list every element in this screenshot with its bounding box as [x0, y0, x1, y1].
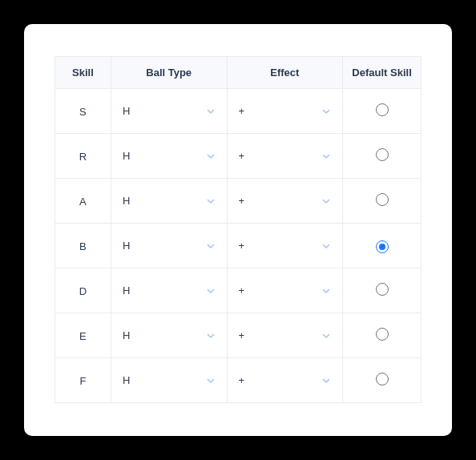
ball-type-value: H [123, 329, 130, 341]
skills-table: Skill Ball Type Effect Default Skill SH+… [54, 56, 422, 403]
chevron-down-icon [206, 376, 216, 385]
ball-type-value: H [123, 284, 130, 297]
default-skill-radio[interactable] [376, 193, 389, 206]
ball-type-select[interactable]: H [111, 179, 227, 223]
header-default-skill: Default Skill [343, 57, 422, 89]
skill-label: E [79, 330, 87, 342]
effect-select[interactable]: + [228, 179, 343, 223]
table-row: AH+ [55, 179, 422, 224]
chevron-down-icon [321, 286, 331, 296]
chevron-down-icon [206, 196, 216, 206]
effect-value: + [239, 150, 245, 162]
effect-value: + [239, 329, 245, 341]
ball-type-value: H [123, 195, 130, 207]
effect-value: + [239, 105, 245, 117]
effect-value: + [239, 284, 245, 297]
ball-type-select[interactable]: H [111, 134, 227, 178]
header-skill: Skill [55, 57, 111, 89]
chevron-down-icon [321, 151, 331, 161]
effect-select[interactable]: + [228, 313, 343, 357]
effect-select[interactable]: + [228, 268, 343, 313]
chevron-down-icon [321, 376, 331, 385]
ball-type-value: H [123, 240, 130, 252]
skill-label: B [79, 240, 87, 252]
ball-type-select[interactable]: H [111, 358, 227, 402]
default-skill-radio[interactable] [376, 328, 389, 341]
table-row: SH+ [55, 89, 422, 134]
effect-select[interactable]: + [228, 224, 343, 268]
table-row: EH+ [55, 313, 422, 358]
default-skill-radio[interactable] [376, 103, 389, 116]
effect-value: + [239, 374, 245, 386]
effect-value: + [239, 240, 245, 252]
default-skill-radio[interactable] [376, 240, 389, 253]
header-effect: Effect [227, 57, 343, 89]
table-row: FH+ [55, 358, 422, 403]
table-row: RH+ [55, 134, 422, 179]
effect-select[interactable]: + [228, 358, 343, 402]
skill-label: F [79, 375, 86, 387]
chevron-down-icon [206, 286, 216, 296]
ball-type-value: H [123, 374, 130, 386]
chevron-down-icon [321, 107, 331, 116]
table-row: BH+ [55, 224, 422, 268]
effect-value: + [239, 195, 245, 207]
chevron-down-icon [206, 151, 216, 161]
ball-type-select[interactable]: H [111, 313, 227, 357]
header-ball-type: Ball Type [111, 57, 227, 89]
chevron-down-icon [206, 107, 216, 116]
ball-type-value: H [123, 105, 130, 117]
table-row: DH+ [55, 268, 422, 313]
skill-label: S [79, 106, 87, 118]
radio-dot-icon [379, 244, 385, 250]
chevron-down-icon [206, 331, 216, 341]
ball-type-value: H [123, 150, 130, 162]
ball-type-select[interactable]: H [111, 224, 227, 268]
chevron-down-icon [321, 196, 331, 206]
default-skill-radio[interactable] [376, 148, 389, 161]
chevron-down-icon [206, 241, 216, 251]
skill-label: R [79, 151, 87, 163]
effect-select[interactable]: + [228, 134, 343, 178]
default-skill-radio[interactable] [376, 373, 389, 385]
skills-card: Skill Ball Type Effect Default Skill SH+… [24, 24, 452, 436]
skill-label: A [79, 196, 87, 208]
ball-type-select[interactable]: H [111, 89, 227, 133]
chevron-down-icon [321, 331, 331, 341]
ball-type-select[interactable]: H [111, 268, 227, 313]
effect-select[interactable]: + [228, 89, 343, 133]
skill-label: D [79, 285, 87, 297]
default-skill-radio[interactable] [376, 283, 389, 296]
chevron-down-icon [321, 241, 331, 251]
